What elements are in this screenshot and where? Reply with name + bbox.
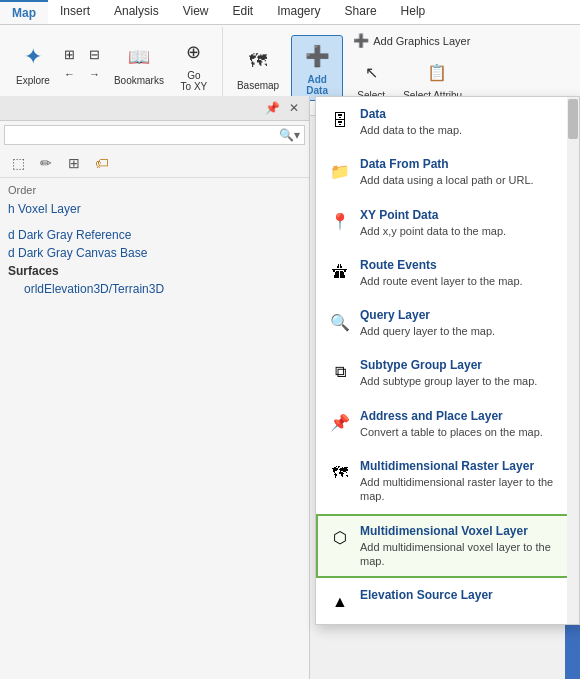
- add-data-label: Add Data: [306, 74, 328, 96]
- ribbon-top-row: 🗺 Basemap ➕ Add Data ➕ Add Graphics Laye…: [231, 31, 477, 105]
- add-data-button[interactable]: ➕ Add Data: [291, 35, 343, 101]
- left-panel: 📌 ✕ 🔍 ▾ ⬚ ✏ ⊞ 🏷 Order h Voxel Layer d Da…: [0, 96, 310, 679]
- panel-content: Order h Voxel Layer d Dark Gray Referenc…: [0, 178, 309, 304]
- back-extent-button[interactable]: ←: [58, 66, 81, 82]
- tab-share[interactable]: Share: [333, 0, 389, 24]
- dropdown-items-list: 🗄DataAdd data to the map.📁Data From Path…: [316, 97, 579, 624]
- multidimensional-voxel-layer-title: Multidimensional Voxel Layer: [360, 524, 567, 538]
- data-title: Data: [360, 107, 462, 121]
- select-attrib-icon: 📋: [421, 56, 453, 88]
- xy-point-data-icon: 📍: [328, 210, 352, 234]
- search-dropdown-icon[interactable]: ▾: [294, 128, 300, 142]
- go-to-xy-icon: ⊕: [178, 36, 210, 68]
- explore-button[interactable]: ✦ Explore: [10, 37, 56, 90]
- route-events-title: Route Events: [360, 258, 523, 272]
- go-to-xy-label: Go To XY: [181, 70, 208, 92]
- navigate-buttons: ✦ Explore ⊞ ⊟ ← →: [10, 32, 216, 96]
- panel-section-order: Order: [8, 184, 301, 196]
- dropdown-item-multidimensional-voxel-layer[interactable]: ⬡Multidimensional Voxel LayerAdd multidi…: [316, 514, 579, 579]
- panel-divider-1: [8, 218, 301, 226]
- dropdown-item-multidimensional-raster-layer[interactable]: 🗺Multidimensional Raster LayerAdd multid…: [316, 449, 579, 514]
- dropdown-item-address-place-layer[interactable]: 📌Address and Place LayerConvert a table …: [316, 399, 579, 449]
- tab-analysis[interactable]: Analysis: [102, 0, 171, 24]
- dropdown-item-query-layer[interactable]: 🔍Query LayerAdd query layer to the map.: [316, 298, 579, 348]
- dropdown-item-elevation-source-layer[interactable]: ▲Elevation Source Layer: [316, 578, 579, 624]
- dropdown-item-subtype-group-layer[interactable]: ⧉Subtype Group LayerAdd subtype group la…: [316, 348, 579, 398]
- explore-label: Explore: [16, 75, 50, 86]
- filter-tool-button[interactable]: ⬚: [6, 151, 30, 175]
- basemap-button[interactable]: 🗺 Basemap: [231, 42, 285, 95]
- panel-close-button[interactable]: ✕: [285, 99, 303, 117]
- multidimensional-voxel-layer-desc: Add multidimensional voxel layer to the …: [360, 540, 567, 569]
- panel-search-bar[interactable]: 🔍 ▾: [4, 125, 305, 145]
- data-from-path-title: Data From Path: [360, 157, 534, 171]
- panel-header: 📌 ✕: [0, 96, 309, 121]
- subtype-group-layer-icon: ⧉: [328, 360, 352, 384]
- data-from-path-desc: Add data using a local path or URL.: [360, 173, 534, 187]
- address-place-layer-icon: 📌: [328, 411, 352, 435]
- tab-map[interactable]: Map: [0, 0, 48, 24]
- elevation-source-layer-icon: ▲: [328, 590, 352, 614]
- layer-item-voxel[interactable]: h Voxel Layer: [8, 200, 301, 218]
- subtype-group-layer-title: Subtype Group Layer: [360, 358, 537, 372]
- bookmarks-label: Bookmarks: [114, 75, 164, 86]
- edit-tool-button[interactable]: ✏: [34, 151, 58, 175]
- tab-view[interactable]: View: [171, 0, 221, 24]
- elevation-source-layer-title: Elevation Source Layer: [360, 588, 493, 602]
- data-desc: Add data to the map.: [360, 123, 462, 137]
- go-to-xy-button[interactable]: ⊕ Go To XY: [172, 32, 216, 96]
- add-graphics-layer-button[interactable]: ➕ Add Graphics Layer: [349, 31, 476, 50]
- route-events-icon: 🛣: [328, 260, 352, 284]
- fixed-zoom-out-button[interactable]: ⊟: [83, 45, 106, 64]
- query-layer-title: Query Layer: [360, 308, 495, 322]
- panel-pin-button[interactable]: 📌: [263, 99, 281, 117]
- tab-insert[interactable]: Insert: [48, 0, 102, 24]
- tag-tool-button[interactable]: 🏷: [90, 151, 114, 175]
- panel-toolbar: ⬚ ✏ ⊞ 🏷: [0, 149, 309, 178]
- subtype-group-layer-desc: Add subtype group layer to the map.: [360, 374, 537, 388]
- multidimensional-voxel-layer-icon: ⬡: [328, 526, 352, 550]
- forward-extent-button[interactable]: →: [83, 66, 106, 82]
- layer-item-dark-ref[interactable]: d Dark Gray Reference: [8, 226, 301, 244]
- data-icon: 🗄: [328, 109, 352, 133]
- select-icon: ↖: [355, 56, 387, 88]
- dropdown-item-data-from-path[interactable]: 📁Data From PathAdd data using a local pa…: [316, 147, 579, 197]
- add-graphics-label: Add Graphics Layer: [373, 35, 470, 47]
- data-from-path-icon: 📁: [328, 159, 352, 183]
- multidimensional-raster-layer-title: Multidimensional Raster Layer: [360, 459, 567, 473]
- add-data-dropdown: 🗄DataAdd data to the map.📁Data From Path…: [315, 96, 580, 625]
- search-icon: 🔍: [279, 128, 294, 142]
- fixed-zoom-in-button[interactable]: ⊞: [58, 45, 81, 64]
- layer-item-terrain3d[interactable]: orldElevation3D/Terrain3D: [8, 280, 301, 298]
- scroll-thumb: [568, 99, 578, 139]
- dropdown-scrollbar[interactable]: [567, 97, 579, 624]
- multidimensional-raster-layer-icon: 🗺: [328, 461, 352, 485]
- ribbon-right-buttons: ➕ Add Graphics Layer ↖ Select 📋 Select A…: [349, 31, 476, 105]
- xy-point-data-title: XY Point Data: [360, 208, 506, 222]
- xy-point-data-desc: Add x,y point data to the map.: [360, 224, 506, 238]
- query-layer-icon: 🔍: [328, 310, 352, 334]
- add-data-icon: ➕: [301, 40, 333, 72]
- tab-edit[interactable]: Edit: [221, 0, 266, 24]
- route-events-desc: Add route event layer to the map.: [360, 274, 523, 288]
- tab-help[interactable]: Help: [389, 0, 438, 24]
- dropdown-item-route-events[interactable]: 🛣Route EventsAdd route event layer to th…: [316, 248, 579, 298]
- address-place-layer-desc: Convert a table to places on the map.: [360, 425, 543, 439]
- basemap-label: Basemap: [237, 80, 279, 91]
- add-graphics-icon: ➕: [353, 33, 369, 48]
- bookmarks-button[interactable]: 📖 Bookmarks: [108, 37, 170, 90]
- bookmarks-icon: 📖: [123, 41, 155, 73]
- search-input[interactable]: [9, 128, 279, 142]
- ribbon-tab-bar: Map Insert Analysis View Edit Imagery Sh…: [0, 0, 580, 25]
- basemap-icon: 🗺: [242, 46, 274, 78]
- grid-tool-button[interactable]: ⊞: [62, 151, 86, 175]
- dropdown-item-data[interactable]: 🗄DataAdd data to the map.: [316, 97, 579, 147]
- layer-item-surfaces[interactable]: Surfaces: [8, 262, 301, 280]
- layer-item-dark-base[interactable]: d Dark Gray Canvas Base: [8, 244, 301, 262]
- multidimensional-raster-layer-desc: Add multidimensional raster layer to the…: [360, 475, 567, 504]
- explore-icon: ✦: [17, 41, 49, 73]
- dropdown-item-xy-point-data[interactable]: 📍XY Point DataAdd x,y point data to the …: [316, 198, 579, 248]
- query-layer-desc: Add query layer to the map.: [360, 324, 495, 338]
- tab-imagery[interactable]: Imagery: [265, 0, 332, 24]
- address-place-layer-title: Address and Place Layer: [360, 409, 543, 423]
